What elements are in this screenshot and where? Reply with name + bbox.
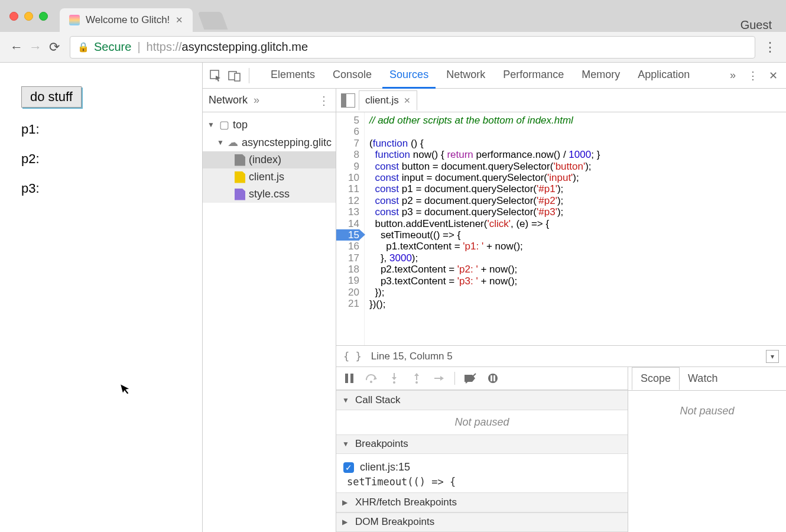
url-host: asyncstepping.glitch.me [182, 40, 308, 54]
devtools-tab-application[interactable]: Application [631, 63, 697, 89]
debugger-right: Scope Watch Not paused [628, 367, 786, 532]
disclosure-icon[interactable]: ▼ [342, 440, 350, 448]
lock-icon: 🔒 [77, 41, 89, 53]
forward-button[interactable]: → [26, 38, 45, 57]
disclosure-icon[interactable]: ▶ [342, 518, 350, 526]
deactivate-breakpoints-icon[interactable] [463, 371, 478, 385]
navigator-menu-icon[interactable]: ⋮ [318, 93, 330, 108]
breakpoint-item[interactable]: ✓ client.js:15 [343, 459, 621, 476]
pretty-print-icon[interactable]: { } [343, 351, 362, 362]
new-tab-button[interactable] [198, 12, 228, 30]
tree-domain[interactable]: ▼ asyncstepping.glitc [203, 134, 336, 151]
disclosure-icon[interactable]: ▶ [342, 498, 350, 507]
dom-breakpoints-header[interactable]: ▶ DOM Breakpoints [336, 512, 628, 532]
devtools-tab-elements[interactable]: Elements [264, 63, 322, 89]
code-editor[interactable]: 56789101112131415161718192021 // add oth… [336, 112, 786, 345]
separator [454, 372, 455, 385]
tab-title: Welcome to Glitch! [86, 14, 170, 26]
scope-tab[interactable]: Scope [632, 367, 680, 390]
window-titlebar: Welcome to Glitch! ✕ Guest [0, 0, 786, 32]
svg-rect-11 [493, 375, 495, 381]
devtools-tab-memory[interactable]: Memory [574, 63, 627, 89]
inspect-element-icon[interactable] [207, 67, 224, 84]
debugger-pane: ▼ Call Stack Not paused ▼ Breakpoints ✓ … [336, 366, 786, 532]
svg-point-6 [393, 381, 395, 384]
xhr-breakpoints-header[interactable]: ▶ XHR/fetch Breakpoints [336, 492, 628, 512]
svg-point-5 [370, 381, 372, 383]
breakpoints-header[interactable]: ▼ Breakpoints [336, 434, 628, 454]
do-stuff-button[interactable]: do stuff [21, 86, 82, 108]
svg-rect-4 [350, 374, 353, 383]
js-file-icon [235, 171, 245, 183]
devtools-panel: ElementsConsoleSourcesNetworkPerformance… [202, 63, 786, 532]
minimize-window-button[interactable] [24, 12, 33, 21]
disclosure-icon[interactable]: ▼ [207, 121, 216, 129]
zoom-window-button[interactable] [39, 12, 48, 21]
close-devtools-icon[interactable]: ✕ [765, 67, 781, 84]
file-style-css[interactable]: style.css [203, 186, 336, 203]
breakpoints-body: ✓ client.js:15 setTimeout(() => { [336, 454, 628, 492]
tab-strip: Welcome to Glitch! ✕ Guest [60, 0, 786, 32]
watch-tab[interactable]: Watch [680, 368, 726, 390]
devtools-tab-performance[interactable]: Performance [496, 63, 571, 89]
favicon-icon [69, 15, 80, 25]
pause-icon[interactable] [342, 371, 356, 385]
devtools-tab-network[interactable]: Network [439, 63, 492, 89]
device-toolbar-icon[interactable] [226, 67, 243, 84]
separator [249, 68, 249, 83]
code-content[interactable]: // add other scripts at the bottom of in… [365, 112, 605, 345]
browser-tab-active[interactable]: Welcome to Glitch! ✕ [60, 8, 193, 32]
cloud-icon [228, 136, 238, 149]
reload-button[interactable]: ⟳ [45, 38, 64, 57]
pause-on-exceptions-icon[interactable] [486, 371, 500, 385]
step-out-icon[interactable] [410, 371, 424, 385]
close-tab-icon[interactable]: ✕ [404, 96, 411, 105]
back-button[interactable]: ← [7, 38, 26, 57]
file-client-js[interactable]: client.js [203, 168, 336, 186]
doc-file-icon [235, 154, 245, 166]
navigator-header: Network » ⋮ [203, 89, 336, 112]
divider: | [137, 40, 140, 54]
navigator-more-icon[interactable]: » [254, 94, 259, 106]
more-tabs-icon[interactable]: » [725, 67, 741, 84]
breakpoint-checkbox[interactable]: ✓ [343, 462, 354, 473]
url-scheme: https:// [147, 40, 182, 54]
file--index-[interactable]: (index) [203, 151, 336, 168]
editor-status-bar: { } Line 15, Column 5 ▾ [336, 345, 786, 366]
disclosure-icon[interactable]: ▼ [342, 396, 350, 404]
close-tab-icon[interactable]: ✕ [176, 15, 183, 25]
devtools-toolbar: ElementsConsoleSourcesNetworkPerformance… [203, 63, 786, 89]
devtools-tabs: ElementsConsoleSourcesNetworkPerformance… [264, 63, 697, 89]
call-stack-header[interactable]: ▼ Call Stack [336, 390, 628, 410]
code-editor-column: client.js ✕ 5678910111213141516171819202… [336, 89, 786, 532]
devtools-tab-console[interactable]: Console [326, 63, 379, 89]
secure-label: Secure [94, 40, 131, 54]
mouse-cursor-icon [119, 381, 134, 397]
step-over-icon[interactable] [365, 371, 379, 385]
svg-point-9 [488, 374, 498, 383]
navigator-mode[interactable]: Network [209, 94, 248, 106]
file-tree: ▼ top ▼ asyncstepping.glitc (index)clien… [203, 112, 336, 206]
close-window-button[interactable] [9, 12, 18, 21]
svg-rect-3 [345, 374, 348, 383]
address-bar[interactable]: 🔒 Secure | https://asyncstepping.glitch.… [70, 36, 755, 59]
devtools-tab-sources[interactable]: Sources [382, 63, 436, 89]
navigator-toggle-icon[interactable] [341, 93, 355, 108]
line-gutter[interactable]: 56789101112131415161718192021 [336, 112, 365, 345]
p2-text: p2: [21, 151, 181, 167]
step-into-icon[interactable] [387, 371, 401, 385]
tree-top[interactable]: ▼ top [203, 116, 336, 134]
step-icon[interactable] [432, 371, 446, 385]
debugger-toolbar [336, 367, 628, 390]
devtools-menu-icon[interactable]: ⋮ [745, 67, 761, 84]
svg-point-7 [415, 381, 418, 384]
coverage-dropdown-icon[interactable]: ▾ [766, 350, 779, 363]
editor-tabs: client.js ✕ [336, 89, 786, 112]
browser-toolbar: ← → ⟳ 🔒 Secure | https://asyncstepping.g… [0, 32, 786, 63]
window-controls [0, 12, 48, 21]
disclosure-icon[interactable]: ▼ [217, 138, 224, 147]
source-tab-clientjs[interactable]: client.js ✕ [359, 90, 417, 111]
browser-menu-button[interactable]: ⋮ [761, 40, 779, 55]
profile-label[interactable]: Guest [740, 18, 786, 32]
sources-navigator: Network » ⋮ ▼ top ▼ asyncstepping.glitc [203, 89, 336, 532]
